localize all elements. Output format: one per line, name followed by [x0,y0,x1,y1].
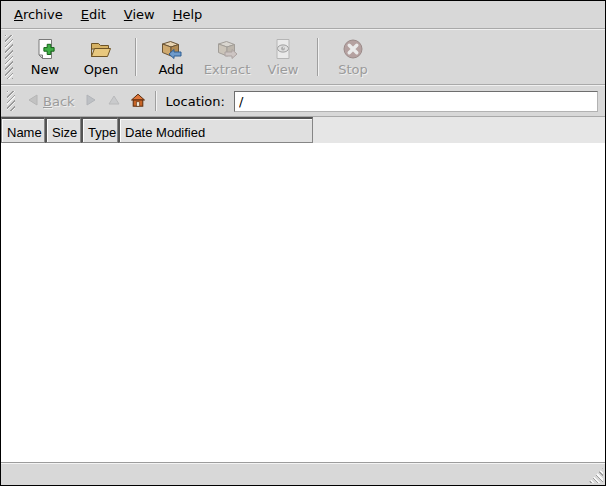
navbar-drag-handle[interactable] [7,91,15,111]
up-arrow-icon [107,93,121,110]
file-list-header: Name Size Type Date Modified [1,117,605,143]
open-button[interactable]: Open [73,32,129,82]
back-button[interactable]: Back [26,93,75,110]
view-button[interactable]: View [255,32,311,82]
back-button-label: Back [43,94,75,109]
extract-icon [215,37,239,61]
stop-button-label: Stop [338,62,368,77]
open-button-label: Open [84,62,119,77]
forward-button[interactable] [84,93,98,110]
file-list[interactable] [1,143,605,462]
forward-arrow-icon [84,93,98,110]
stop-icon [341,37,365,61]
new-button[interactable]: New [17,32,73,82]
menu-view[interactable]: View [115,4,164,25]
column-header-date-modified[interactable]: Date Modified [118,117,313,143]
toolbar-separator [135,38,137,76]
new-button-label: New [31,62,59,77]
extract-button-label: Extract [204,62,251,77]
extract-button[interactable]: Extract [199,32,255,82]
main-toolbar: New Open Add [1,29,605,85]
view-file-icon [271,37,295,61]
back-arrow-icon [26,93,40,110]
view-button-label: View [268,62,299,77]
resize-grip[interactable] [588,468,603,483]
column-header-size[interactable]: Size [45,117,81,143]
status-bar [1,462,605,485]
toolbar-separator [317,38,319,76]
column-header-filler [313,117,605,143]
add-button-label: Add [158,62,183,77]
menu-help[interactable]: Help [164,4,212,25]
navbar-separator [155,91,157,111]
home-button[interactable] [130,92,146,111]
menu-edit[interactable]: Edit [72,4,115,25]
toolbar-drag-handle[interactable] [5,35,13,79]
navigation-toolbar: Back [1,85,605,117]
column-header-type[interactable]: Type [81,117,118,143]
location-input[interactable] [234,91,598,112]
open-archive-icon [89,37,113,61]
archive-manager-window: Archive Edit View Help New [0,0,606,486]
add-files-icon [159,37,183,61]
up-button[interactable] [107,93,121,110]
home-icon [130,92,146,111]
location-label: Location: [166,94,225,109]
add-button[interactable]: Add [143,32,199,82]
menu-archive[interactable]: Archive [5,4,72,25]
menu-bar: Archive Edit View Help [1,1,605,29]
column-header-name[interactable]: Name [1,117,45,143]
stop-button[interactable]: Stop [325,32,381,82]
new-archive-icon [33,37,57,61]
